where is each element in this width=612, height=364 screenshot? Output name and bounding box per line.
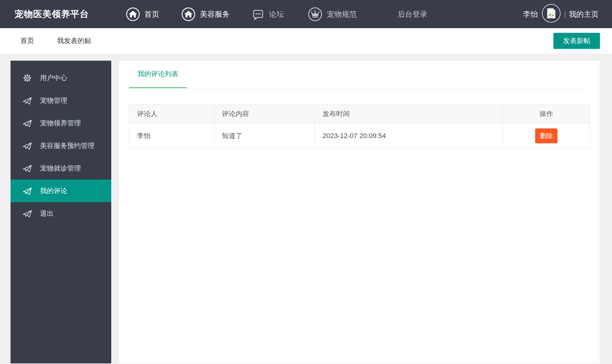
col-header-content: 评论内容 (214, 104, 315, 124)
sidebar-item-label: 我的评论 (40, 186, 67, 196)
user-name[interactable]: 李怡 (523, 0, 538, 28)
paper-plane-icon (22, 140, 33, 151)
paper-plane-icon (22, 208, 33, 219)
sidebar-item-label: 宠物管理 (40, 96, 67, 105)
sidebar-item-label: 退出 (40, 209, 54, 218)
sidebar-item-my-comments[interactable]: 我的评论 (11, 180, 111, 202)
nav-item-beauty-services[interactable]: 美容服务 (181, 0, 230, 28)
sidebar: 用户中心 宠物管理 宠物领养管理 (11, 61, 111, 363)
sidebar-item-label: 美容服务预约管理 (40, 141, 95, 150)
cell-commenter: 李怡 (129, 124, 214, 148)
nav-item-label: 后台登录 (398, 9, 427, 19)
user-separator: | (564, 0, 566, 28)
sidebar-item-pet-management[interactable]: 宠物管理 (11, 89, 111, 112)
nav-item-label: 宠物规范 (327, 9, 357, 19)
paper-plane-icon (22, 118, 33, 129)
sublink-home[interactable]: 首页 (20, 28, 34, 54)
top-navbar: 宠物医美领养平台 首页 美容服务 (0, 0, 612, 28)
nav-item-label: 论坛 (269, 9, 284, 19)
sidebar-item-visit-management[interactable]: 宠物就诊管理 (11, 157, 111, 180)
table-header-row: 评论人 评论内容 发布时间 操作 (129, 104, 590, 124)
cell-actions: 删除 (503, 124, 590, 148)
paper-plane-icon (22, 185, 33, 197)
table-row: 李怡 知道了 2023-12-07 20:09:54 删除 (129, 124, 590, 148)
sidebar-item-adoption-management[interactable]: 宠物领养管理 (11, 112, 111, 134)
sidebar-item-label: 用户中心 (40, 73, 67, 83)
app-root: 宠物医美领养平台 首页 美容服务 (0, 0, 612, 364)
nav-item-forum[interactable]: 论坛 (252, 0, 284, 28)
delete-button[interactable]: 删除 (535, 128, 557, 143)
my-homepage-link[interactable]: 我的主页 (569, 0, 599, 28)
paper-plane-icon (22, 95, 33, 106)
comments-table: 评论人 评论内容 发布时间 操作 李怡 知道了 2023-12-07 20:09… (129, 104, 590, 148)
col-header-actions: 操作 (503, 104, 590, 124)
sublink-my-posts[interactable]: 我发表的贴 (57, 28, 91, 54)
chat-icon (252, 8, 265, 21)
sidebar-item-label: 宠物就诊管理 (40, 164, 81, 173)
nav-item-admin-login[interactable]: 后台登录 (398, 0, 427, 28)
cell-content: 知道了 (214, 124, 315, 148)
nav-item-label: 首页 (144, 9, 159, 19)
col-header-commenter: 评论人 (129, 104, 214, 124)
home-icon (126, 7, 140, 21)
main-panel: 我的评论列表 评论人 评论内容 发布时间 操作 李怡 知道了 2023-12-0… (119, 61, 600, 363)
user-avatar[interactable] (542, 4, 561, 23)
tab-bar: 我的评论列表 (129, 61, 590, 88)
sidebar-item-user-center[interactable]: 用户中心 (11, 67, 111, 89)
paper-plane-icon (22, 163, 33, 174)
tab-my-comment-list[interactable]: 我的评论列表 (129, 61, 187, 88)
sidebar-item-label: 宠物领养管理 (40, 119, 81, 128)
new-post-button[interactable]: 发表新帖 (553, 33, 600, 49)
sidebar-item-beauty-booking-management[interactable]: 美容服务预约管理 (11, 134, 111, 157)
nav-item-label: 美容服务 (200, 9, 230, 19)
sub-navbar: 首页 我发表的贴 发表新帖 (0, 28, 612, 54)
brand-title: 宠物医美领养平台 (15, 0, 89, 28)
col-header-time: 发布时间 (315, 104, 503, 124)
cell-time: 2023-12-07 20:09:54 (315, 124, 503, 148)
crown-icon (308, 7, 323, 22)
nav-item-home[interactable]: 首页 (126, 0, 159, 28)
nav-item-pet-rules[interactable]: 宠物规范 (308, 0, 357, 28)
home-icon (181, 7, 196, 21)
gear-icon (22, 72, 33, 84)
sidebar-item-logout[interactable]: 退出 (11, 202, 111, 225)
